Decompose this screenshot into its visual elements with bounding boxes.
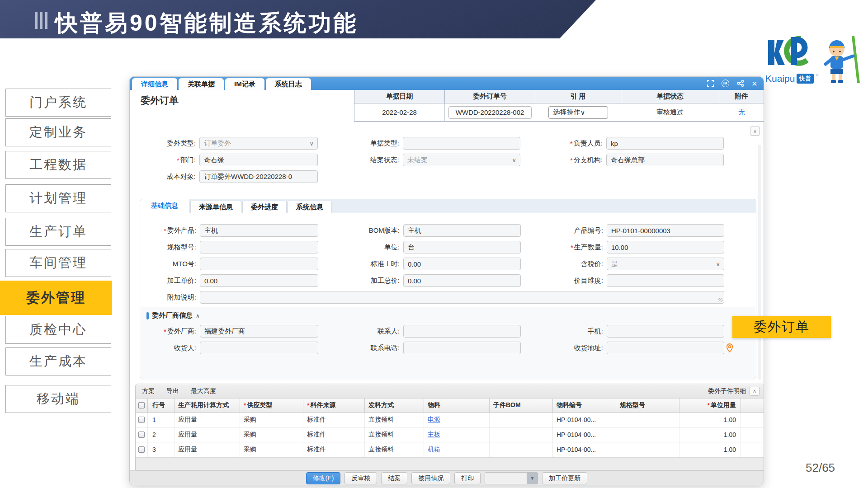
subtab-source-doc[interactable]: 来源单信息 xyxy=(190,201,241,213)
fullscreen-icon[interactable] xyxy=(707,80,714,87)
row-checkbox[interactable] xyxy=(138,417,145,423)
cost-object-input[interactable]: 订单委外WWDD-20220228-0 xyxy=(199,170,318,183)
tab-system-log[interactable]: 系统日志 xyxy=(266,78,311,90)
collapse-form-button[interactable]: ∧ xyxy=(750,127,760,136)
col-unit-usage: *单位用量 xyxy=(679,399,741,412)
logo-wordmark-cn: 快普 xyxy=(797,74,814,84)
col-material: 物料 xyxy=(424,399,490,412)
close-status-select[interactable]: 未结案∨ xyxy=(403,154,520,166)
sidebar-item-quality-center[interactable]: 质检中心 xyxy=(5,316,111,344)
subtab-basic-info[interactable]: 基础信息 xyxy=(140,199,189,213)
unit-input[interactable]: 台 xyxy=(403,241,521,253)
form-row: 委外类型: 订单委外∨ 单据类型: *负责人员: kp xyxy=(130,137,764,150)
im-icon[interactable]: IM xyxy=(722,80,729,87)
phone-input[interactable] xyxy=(403,342,521,354)
sidebar-item-outsourcing[interactable]: 委外管理 xyxy=(0,281,112,315)
collapse-grid-button[interactable]: ∧ xyxy=(750,387,760,396)
window-footer-bar: 修改(E) 反审核 结案 被用情况 打印 ▼ 加工价更新 xyxy=(130,470,764,485)
select-all-checkbox[interactable] xyxy=(138,402,145,408)
note-textarea[interactable] xyxy=(200,291,724,304)
sidebar-item-production-cost[interactable]: 生产成本 xyxy=(5,347,111,375)
table-row: 1 应用量 采购 标准件 直接领料 电源 HP-0104-00... 1.00 xyxy=(136,413,764,427)
doc-col-order-no: 委外订单号 xyxy=(445,90,535,103)
manager-input[interactable]: kp xyxy=(606,137,724,150)
update-price-button[interactable]: 加工价更新 xyxy=(542,472,587,484)
grid-tool-scheme[interactable]: 方案 xyxy=(142,387,155,395)
department-input[interactable]: 奇石缘 xyxy=(199,154,318,166)
address-input[interactable] xyxy=(607,342,724,354)
sidebar-item-workshop[interactable]: 车间管理 xyxy=(5,249,111,277)
form-row: 成本对象: 订单委外WWDD-20220228-0 xyxy=(130,170,764,183)
more-actions-dropdown[interactable]: ▼ xyxy=(485,472,538,484)
col-line-no: 行号 xyxy=(148,399,175,412)
chevron-down-icon: ∨ xyxy=(580,108,585,117)
grid-tool-export[interactable]: 导出 xyxy=(166,387,179,395)
chevron-down-icon: ∨ xyxy=(512,157,516,164)
total-price-input[interactable]: 0.00 xyxy=(403,274,521,287)
grid-tool-max-height[interactable]: 最大高度 xyxy=(191,387,216,395)
outsource-type-select[interactable]: 订单委外∨ xyxy=(199,137,318,150)
sidebar-item-custom-business[interactable]: 定制业务 xyxy=(5,118,111,146)
sidebar-item-plan-management[interactable]: 计划管理 xyxy=(5,184,111,212)
receiver-input[interactable] xyxy=(200,342,318,354)
row-checkbox[interactable] xyxy=(138,446,145,453)
page-title: 委外订单 xyxy=(141,94,179,107)
dropdown-arrow-icon: ▼ xyxy=(527,473,538,484)
collapse-section-icon[interactable]: ∧ xyxy=(196,313,200,319)
subtab-system-info[interactable]: 系统信息 xyxy=(288,201,332,213)
product-no-input[interactable]: HP-0101-00000003 xyxy=(607,224,724,237)
col-material-source: *料件来源 xyxy=(303,399,365,412)
price-dim-input[interactable] xyxy=(607,274,724,287)
sidebar-item-portal[interactable]: 门户系统 xyxy=(5,89,111,117)
material-link[interactable]: 机箱 xyxy=(428,446,440,454)
share-icon[interactable] xyxy=(737,80,744,87)
tab-detail-info[interactable]: 详细信息 xyxy=(132,78,177,90)
location-pin-icon[interactable] xyxy=(726,343,733,354)
unaudit-button[interactable]: 反审核 xyxy=(344,472,377,484)
row-checkbox[interactable] xyxy=(138,432,145,438)
chevron-down-icon: ∨ xyxy=(716,261,720,267)
form-row: *委外厂商: 福建委外厂商 联系人: 手机: xyxy=(140,325,756,338)
reference-select[interactable]: 选择操作∨ xyxy=(548,106,608,119)
sub-tab-bar: 基础信息 来源单信息 委外进度 系统信息 xyxy=(140,199,756,213)
order-no-input[interactable]: WWDD-20220228-002 xyxy=(448,106,532,119)
mobile-input[interactable] xyxy=(607,325,724,338)
bom-version-input[interactable]: 主机 xyxy=(403,224,521,237)
qty-input[interactable]: 10.00 xyxy=(607,241,724,253)
vendor-input[interactable]: 福建委外厂商 xyxy=(200,325,318,338)
material-link[interactable]: 电源 xyxy=(428,416,440,424)
close-case-button[interactable]: 结案 xyxy=(381,472,407,484)
usage-button[interactable]: 被用情况 xyxy=(411,472,450,484)
spec-input[interactable] xyxy=(200,241,318,253)
close-icon[interactable]: × xyxy=(752,79,757,88)
detail-grid: 方案 导出 最大高度 委外子件明细 ∧ 行号 生产耗用计算方式 *供应类型 *料… xyxy=(135,384,764,470)
attachment-link[interactable]: 无 xyxy=(738,108,745,117)
app-window: 详细信息 关联单据 IM记录 系统日志 IM × 委外订单 单据日期 委外订单号… xyxy=(129,76,764,485)
doc-type-input[interactable] xyxy=(403,137,520,150)
print-button[interactable]: 打印 xyxy=(454,472,481,484)
resize-handle-icon[interactable] xyxy=(718,298,723,302)
modify-button[interactable]: 修改(E) xyxy=(306,472,341,484)
unit-price-input[interactable]: 0.00 xyxy=(200,274,318,287)
sidebar-item-production-order[interactable]: 生产订单 xyxy=(5,218,111,246)
tab-im-records[interactable]: IM记录 xyxy=(225,78,264,90)
title-bars-icon xyxy=(35,12,47,29)
contact-input[interactable] xyxy=(403,325,521,338)
grid-empty-area xyxy=(136,457,764,470)
tab-related-docs[interactable]: 关联单据 xyxy=(179,78,224,90)
subtab-progress[interactable]: 委外进度 xyxy=(242,201,287,213)
mto-input[interactable] xyxy=(200,258,318,270)
form-row: 附加说明: xyxy=(140,291,756,304)
detail-panel: 基础信息 来源单信息 委外进度 系统信息 *委外产品: 主机 BOM版本: 主机… xyxy=(140,199,756,380)
tax-incl-select[interactable]: 是∨ xyxy=(607,258,724,270)
table-row: 3 应用量 采购 标准件 直接领料 机箱 HP-0104-00... 1.00 xyxy=(136,442,764,457)
form-row: 规格型号: 单位: 台 *生产数量: 10.00 xyxy=(140,241,756,253)
material-link[interactable]: 主板 xyxy=(428,431,440,439)
sidebar-item-mobile[interactable]: 移动端 xyxy=(5,385,111,413)
vendor-section-title: 委外厂商信息 xyxy=(152,311,193,320)
col-material-code: 物料编号 xyxy=(553,399,616,412)
branch-input[interactable]: 奇石缘总部 xyxy=(606,154,724,166)
sidebar-item-engineering-data[interactable]: 工程数据 xyxy=(5,151,111,179)
product-input[interactable]: 主机 xyxy=(200,224,318,237)
std-hours-input[interactable]: 0.00 xyxy=(403,258,521,270)
